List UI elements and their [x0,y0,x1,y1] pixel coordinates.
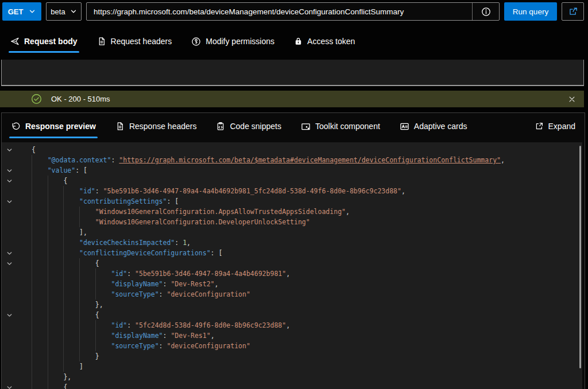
json-token: "5be591b6-3d46-4947-89a4-4a4b4692b981_5f… [103,186,401,196]
json-line: "Windows10GeneralConfiguration.Developer… [2,217,582,227]
json-token: "displayName" [111,279,163,289]
request-tabs: Request bodyRequest headersModify permis… [2,28,584,55]
editor-gutter [2,250,25,256]
info-icon [481,7,491,17]
json-token: , [187,238,191,248]
request-url-input[interactable]: https://graph.microsoft.com/beta/deviceM… [87,3,472,20]
request-body-panel[interactable] [1,60,584,86]
editor-gutter [2,260,25,267]
json-line: "deviceCheckinsImpacted": 1, [2,238,582,248]
json-token: : [159,341,167,351]
json-line: }, [2,372,582,382]
json-line: "sourceType": "deviceConfiguration" [2,289,582,299]
permissions-icon [191,37,201,46]
fold-chevron-icon[interactable] [6,168,13,174]
json-token: }, [63,372,71,382]
http-method-dropdown[interactable]: GET [2,2,41,21]
card-icon [400,122,409,131]
check-circle-icon [31,94,42,104]
tab-label: Modify permissions [206,37,274,46]
json-token: , [346,207,350,217]
fold-chevron-icon[interactable] [6,199,13,205]
json-token: "Windows10GeneralConfiguration.AppsAllow… [95,207,346,217]
response-tabs: Response previewResponse headersCode sni… [2,113,585,139]
http-method-label: GET [8,7,24,16]
json-line: { [2,176,582,186]
json-token: "deviceConfiguration" [167,341,250,351]
json-line: "sourceType": "deviceConfiguration" [2,341,582,351]
tab-label: Toolkit component [315,122,380,131]
close-icon [568,95,576,103]
json-token: , [211,330,215,341]
tab-response-preview[interactable]: Response preview [11,113,96,139]
tab-modify-permissions[interactable]: Modify permissions [191,28,274,55]
api-version-dropdown[interactable]: beta [46,2,82,21]
tab-label: Request body [24,37,78,46]
json-line: "id": "5fc24d8d-538d-49f6-8d0e-8b96c9c23… [2,320,582,330]
run-query-button[interactable]: Run query [504,2,557,21]
fold-chevron-icon[interactable] [6,250,13,256]
response-preview-editor: {"@odata.context": "https://graph.micros… [2,142,582,389]
tab-request-headers[interactable]: Request headers [97,28,172,55]
editor-gutter [2,199,25,205]
editor-gutter [2,384,25,389]
tab-response-headers[interactable]: Response headers [115,113,197,139]
json-token: : [127,269,135,279]
json-line: ], [2,227,582,238]
json-line: { [2,310,582,320]
json-token: "Dev-Rest2" [171,279,214,289]
fold-chevron-icon[interactable] [6,312,13,318]
tab-adaptive-cards[interactable]: Adaptive cards [400,113,467,139]
expand-icon [535,122,544,131]
json-token: "conflictingDeviceConfigurations" [79,248,210,258]
tab-request-body[interactable]: Request body [10,28,78,55]
fold-chevron-icon[interactable] [6,178,13,184]
json-token: : [163,330,171,341]
json-line: { [2,382,582,389]
json-token: } [95,351,99,361]
tab-code-snippets[interactable]: Code snippets [216,113,281,139]
json-token: , [286,320,290,330]
fold-chevron-icon[interactable] [6,147,13,153]
json-token: : [ [75,165,87,176]
response-section: Response previewResponse headersCode sni… [1,112,585,389]
json-token: "@odata.context" [48,155,111,165]
fold-chevron-icon[interactable] [6,260,13,267]
api-version-label: beta [51,7,65,16]
json-token: "displayName" [111,330,163,341]
json-token: : [ [211,248,223,258]
chevron-down-icon [70,8,77,15]
json-line: "id": "5be591b6-3d46-4947-89a4-4a4b4692b… [2,269,582,279]
json-token: "Dev-Res1" [171,330,210,341]
status-close-button[interactable] [568,91,576,107]
tab-toolkit-component[interactable]: Toolkit component [301,113,380,139]
json-token: , [215,279,219,289]
status-message: OK - 200 - 510ms [51,95,110,103]
copy-document-icon [115,122,125,131]
json-token: { [32,145,36,155]
json-line: "@odata.context": "https://graph.microso… [2,155,582,165]
json-token: "id" [111,320,127,330]
json-token: { [95,258,99,269]
json-line: { [2,145,582,155]
json-token: 1 [183,238,187,248]
json-token: ], [79,227,87,238]
json-token: : [95,186,103,196]
editor-scrollbar[interactable] [579,146,581,368]
tab-access-token[interactable]: Access token [294,28,355,55]
json-token: "id" [79,186,95,196]
url-info-button[interactable] [472,3,499,20]
share-query-button[interactable] [562,2,584,21]
json-token: "deviceConfiguration" [167,289,250,299]
json-token: : [ [167,196,179,207]
fold-chevron-icon[interactable] [6,384,13,389]
json-token: { [63,176,67,186]
expand-button[interactable]: Expand [535,122,575,131]
json-line: "displayName": "Dev-Res1", [2,330,582,341]
tab-label: Response preview [25,122,96,131]
editor-gutter [2,147,25,153]
json-line: }, [2,299,582,310]
json-token: ] [79,361,83,372]
odata-context-link[interactable]: "https://graph.microsoft.com/beta/$metad… [119,155,501,165]
request-url-box: https://graph.microsoft.com/beta/deviceM… [86,2,500,21]
